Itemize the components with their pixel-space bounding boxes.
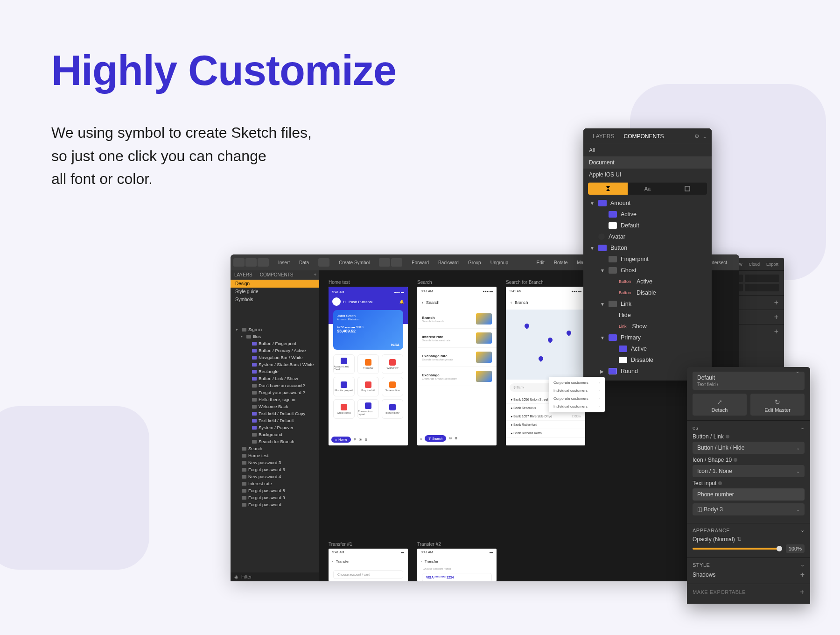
action-tile[interactable]: Withdraw [382, 354, 403, 374]
artboard-transfer1[interactable]: 9:41 AM▬ ‹Transfer Choose account / card… [329, 549, 408, 581]
dropdown-item[interactable]: Corporate customers› [549, 395, 605, 402]
layer-row[interactable]: New password 3 [231, 459, 319, 466]
layer-row[interactable]: Home test [231, 452, 319, 459]
symbol-selector[interactable]: Default Text field / ⌄ [693, 372, 805, 390]
edit-master-button[interactable]: ↻Edit Master [750, 394, 805, 416]
component-tree-item[interactable]: Default [583, 220, 712, 231]
component-tree-item[interactable]: ▼Primary [583, 332, 712, 343]
layer-row[interactable]: Button / Fingerprint [231, 340, 319, 347]
artboard-search[interactable]: 9:41 AM●●● ▬ ‹Search BranchSearch for br… [417, 287, 497, 445]
artboard-label[interactable]: Transfer #2 [417, 542, 497, 547]
tb-paint-icon[interactable] [258, 258, 269, 267]
chevron-down-icon[interactable]: ⌄ [800, 562, 805, 568]
bell-icon[interactable]: 🔔 [399, 300, 404, 304]
action-tile[interactable]: Save online [382, 377, 403, 396]
tb-createsymbol[interactable]: Create Symbol [339, 260, 370, 265]
component-tree-item[interactable]: ▼Ghost [583, 265, 712, 276]
chevron-updown-icon[interactable]: ⇅ [737, 536, 742, 543]
tab-components[interactable]: COMPONENTS [619, 133, 668, 140]
layer-row[interactable]: ▸Illus [231, 333, 319, 340]
nav-home[interactable]: ⌂Home [331, 437, 351, 443]
layer-row[interactable]: System / Popover [231, 424, 319, 431]
add-shadow-button[interactable]: + [800, 571, 805, 579]
layer-row[interactable]: Text field / Default [231, 417, 319, 424]
plus-icon[interactable]: + [311, 270, 319, 280]
tab-layers[interactable]: LAYERS [231, 270, 256, 280]
action-tile[interactable]: Credit card [333, 399, 355, 419]
component-tree-item[interactable]: Hide [583, 310, 712, 321]
artboard-label[interactable]: Search [417, 280, 497, 285]
layer-row[interactable]: Search [231, 445, 319, 452]
tb-group[interactable]: Group [468, 260, 481, 265]
back-icon[interactable]: ‹ [511, 300, 512, 305]
back-icon[interactable]: ‹ [421, 559, 422, 564]
tb-plus-icon[interactable] [233, 258, 245, 267]
dropdown-item[interactable]: Corporate customers› [549, 379, 605, 387]
account-select[interactable]: Choose account / card [333, 570, 403, 579]
tb-rotate[interactable]: Rotate [554, 260, 567, 265]
map-pin-icon[interactable] [538, 355, 544, 362]
override-select[interactable]: Icon / 1. None⌄ [693, 465, 805, 477]
tb-intersect[interactable]: Intersect [709, 260, 727, 265]
slider-thumb[interactable] [777, 546, 782, 551]
seg-text-styles[interactable]: Aa [628, 183, 667, 195]
search-category[interactable]: Exchange rateSearch for exchange rate [417, 348, 497, 367]
search-category[interactable]: ExchangeExchange amount of money [417, 367, 497, 386]
page-design[interactable]: Design [231, 280, 319, 288]
layer-row[interactable]: Hello there, sign in [231, 396, 319, 403]
branch-row[interactable]: ● Bank 1657 Riverside Drive2.0km [506, 412, 585, 421]
layer-row[interactable]: Navigation Bar / White [231, 354, 319, 361]
component-tree-item[interactable]: Fingerprint [583, 254, 712, 265]
layer-row[interactable]: Rectangle [231, 368, 319, 375]
cloud-tab[interactable]: Cloud [749, 262, 760, 267]
detach-button[interactable]: ⤢Detach [693, 394, 747, 416]
tab-layers[interactable]: LAYERS [588, 133, 619, 140]
tb-backward[interactable]: Backward [438, 260, 459, 265]
chevron-down-icon[interactable]: ⌄ [702, 133, 707, 140]
layer-row[interactable]: Search for Branch [231, 438, 319, 445]
text-style-select[interactable]: ◫ Body/ 3⌄ [693, 503, 805, 515]
layer-row[interactable]: Forgot password [231, 501, 319, 508]
action-tile[interactable]: Transaction report [357, 399, 379, 419]
layer-row[interactable]: Forgot your password ? [231, 389, 319, 396]
plus-icon[interactable]: + [774, 313, 778, 321]
gear-icon[interactable]: ⚙ [694, 133, 700, 140]
home-icon[interactable]: ⌂ [420, 437, 422, 440]
map[interactable] [506, 310, 585, 380]
action-tile[interactable]: Mobile prepaid [333, 377, 355, 396]
artboard-transfer2[interactable]: 9:41 AM▬ ‹Transfer Choose account / card… [417, 549, 497, 581]
action-tile[interactable]: Pay the bill [357, 377, 379, 396]
gear-icon[interactable]: ⚙ [455, 437, 457, 440]
layer-row[interactable]: Don't have an account? [231, 382, 319, 389]
component-tree-item[interactable]: Active [583, 209, 712, 220]
layer-row[interactable]: Background [231, 431, 319, 438]
opacity-value[interactable]: 100% [786, 544, 805, 553]
text-override-input[interactable]: Phone number [693, 488, 805, 501]
layer-row[interactable]: System / StatusBars / White [231, 361, 319, 368]
dropdown-item[interactable]: Individual customers› [549, 387, 605, 395]
mail-icon[interactable]: ✉ [449, 437, 452, 440]
component-tree-item[interactable]: ButtonActive [583, 276, 712, 287]
tb-insert[interactable]: Insert [278, 260, 290, 265]
layer-row[interactable]: Forgot password 6 [231, 466, 319, 473]
component-tree-item[interactable]: LinkShow [583, 321, 712, 332]
component-tree-item[interactable]: Avatar [583, 231, 712, 242]
export-tab[interactable]: Export [766, 262, 778, 267]
component-tree-item[interactable]: ▼Link [583, 298, 712, 310]
artboard-label[interactable]: Search for Branch [506, 280, 585, 285]
override-select[interactable]: Button / Link / Hide⌄ [693, 442, 805, 454]
page-symbols[interactable]: Symbols [231, 296, 319, 303]
layer-row[interactable]: Forgot password 8 [231, 487, 319, 494]
plus-icon[interactable]: + [774, 298, 778, 307]
back-icon[interactable]: ‹ [332, 559, 334, 564]
filter-input[interactable]: ◉Filter [231, 572, 319, 581]
tb-ungroup[interactable]: Ungroup [490, 260, 508, 265]
layer-row[interactable]: Welcome Back [231, 403, 319, 410]
layer-row[interactable]: Button / Primary / Active [231, 347, 319, 354]
layer-row[interactable]: Text field / Default Copy [231, 410, 319, 417]
back-icon[interactable]: ‹ [422, 300, 423, 305]
layer-row[interactable]: New password 4 [231, 473, 319, 480]
component-tree-item[interactable]: ButtonDisable [583, 287, 712, 298]
seg-layer-styles-icon[interactable] [667, 183, 707, 195]
tb-symbol-icon[interactable] [318, 258, 329, 267]
